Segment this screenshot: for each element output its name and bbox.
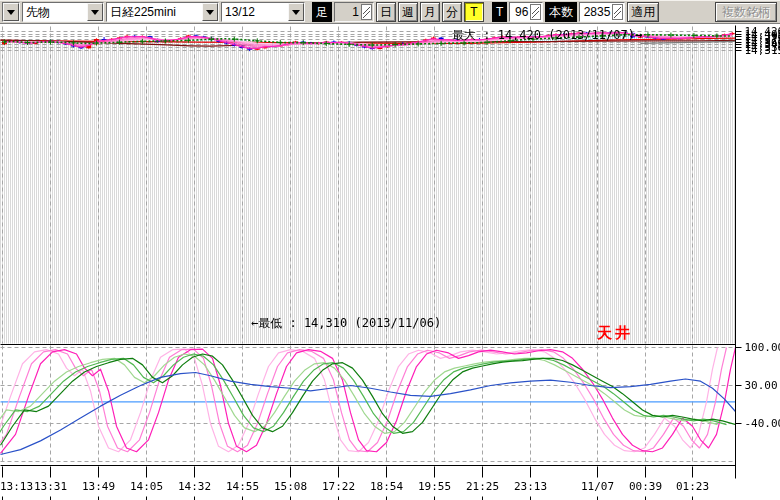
bar-interval-value: 1 <box>335 3 361 21</box>
contract-month-select[interactable]: 13/12 <box>221 2 305 22</box>
tick-count-label: T <box>492 2 507 22</box>
symbol-select-value: 日経225mini <box>107 3 202 21</box>
dropdown-arrow-icon[interactable] <box>288 3 304 21</box>
symbol-select[interactable]: 日経225mini <box>106 2 219 22</box>
bar-count-label: 本数 <box>545 2 577 22</box>
chart-app-window: 先物 日経225mini 13/12 足 1 日 週 月 分 T T 96 本数… <box>0 0 780 500</box>
contract-month-value: 13/12 <box>222 3 288 21</box>
toolbar: 先物 日経225mini 13/12 足 1 日 週 月 分 T T 96 本数… <box>0 0 780 24</box>
timeframe-tick-button[interactable]: T <box>464 2 484 22</box>
ceiling-annotation: 天井 <box>597 324 633 343</box>
timeframe-week-button[interactable]: 週 <box>398 2 418 22</box>
tick-count-value: 96 <box>510 3 530 21</box>
apply-button[interactable]: 適用 <box>627 2 659 22</box>
bar-type-label: 足 <box>312 2 332 22</box>
dropdown-arrow-icon[interactable] <box>3 3 19 21</box>
timeframe-minute-button[interactable]: 分 <box>442 2 462 22</box>
bar-count-value: 2835 <box>580 3 612 21</box>
timeframe-day-button[interactable]: 日 <box>376 2 396 22</box>
spin-handle-icon[interactable] <box>612 4 623 20</box>
timeframe-month-button[interactable]: 月 <box>420 2 440 22</box>
collapsed-select[interactable] <box>2 2 20 22</box>
chart-area: 最大 : 14,420 (2013/11/07)→ ←最低 : 14,310 (… <box>0 24 780 500</box>
dropdown-arrow-icon[interactable] <box>87 3 103 21</box>
bar-interval-field[interactable]: 1 <box>334 2 374 22</box>
tick-count-field[interactable]: 96 <box>509 2 543 22</box>
min-price-annotation: ←最低 : 14,310 (2013/11/06) <box>251 315 441 332</box>
multi-symbol-button: 複数銘柄 <box>715 2 777 22</box>
spin-handle-icon[interactable] <box>530 4 541 20</box>
market-select-value: 先物 <box>23 3 87 21</box>
market-select[interactable]: 先物 <box>22 2 104 22</box>
bar-count-field[interactable]: 2835 <box>579 2 625 22</box>
max-price-annotation: 最大 : 14,420 (2013/11/07)→ <box>452 27 642 44</box>
price-chart-canvas[interactable] <box>0 24 780 500</box>
spin-handle-icon[interactable] <box>361 4 372 20</box>
dropdown-arrow-icon[interactable] <box>202 3 218 21</box>
